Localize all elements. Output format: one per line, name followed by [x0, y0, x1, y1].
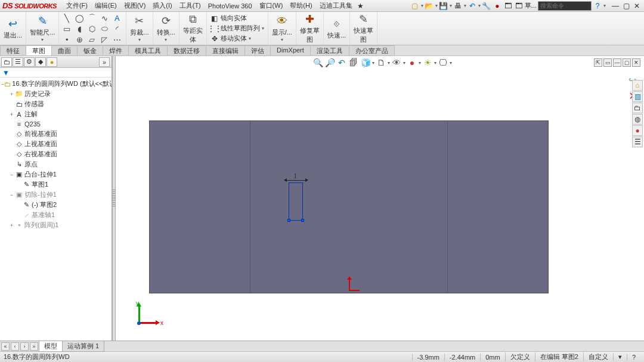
tab-mold[interactable]: 模具工具: [128, 45, 168, 55]
vp-close-icon[interactable]: ✕: [632, 58, 640, 67]
zoom-area-icon[interactable]: 🔎: [324, 57, 335, 68]
menu-file[interactable]: 文件(F): [63, 1, 91, 10]
vp-link-icon[interactable]: ⇱: [594, 58, 602, 67]
tree-node[interactable]: −▣凸台-拉伸1: [1, 169, 110, 180]
linear-pattern-button[interactable]: ⋮⋮线性草图阵列▾: [209, 23, 265, 33]
tree-node[interactable]: +📁历史记录: [1, 89, 110, 99]
save-icon[interactable]: 💾: [439, 1, 448, 11]
view-triad[interactable]: yx: [132, 302, 160, 330]
tab-office[interactable]: 办公室产品: [349, 45, 395, 55]
menu-edit[interactable]: 编辑(E): [91, 1, 120, 10]
tree-tab-config[interactable]: ⚙: [24, 57, 35, 67]
bottom-tab-motion[interactable]: 运动算例 1: [62, 341, 104, 352]
chamfer-icon[interactable]: ◸: [99, 35, 110, 44]
circle-icon[interactable]: ◯: [74, 13, 85, 23]
screen2-icon[interactable]: 🗔: [514, 1, 524, 11]
taskpane-home-icon[interactable]: ⌂: [632, 80, 643, 91]
menu-tools[interactable]: 工具(T): [176, 1, 205, 10]
vp-min-icon[interactable]: —: [613, 58, 621, 67]
options-icon[interactable]: ●: [493, 1, 502, 11]
centerline-icon[interactable]: ⊕: [74, 35, 85, 44]
appearance-icon[interactable]: ●: [407, 57, 417, 68]
section-icon[interactable]: 🗐: [348, 57, 359, 68]
tree-tab-display[interactable]: ●: [47, 57, 57, 67]
tree-node[interactable]: +∘阵列(圆周)1: [1, 220, 110, 230]
menu-insert[interactable]: 插入(I): [149, 1, 175, 10]
trim-button[interactable]: ✂ 剪裁... ▾: [126, 12, 153, 45]
arc-icon[interactable]: ⌒: [86, 13, 97, 23]
menu-maidi[interactable]: 迈迪工具集: [316, 1, 356, 10]
hide-show-icon[interactable]: 👁: [391, 57, 402, 68]
new-icon[interactable]: ▢: [410, 1, 420, 11]
status-unit-icon[interactable]: ?: [627, 354, 640, 361]
tab-weldment[interactable]: 焊件: [103, 45, 129, 55]
exit-sketch-button[interactable]: ↩ 退出...: [0, 12, 26, 45]
tab-dimxpert[interactable]: DimXpert: [270, 45, 311, 55]
tree-tab-feature[interactable]: 🗀: [1, 57, 12, 67]
convert-button[interactable]: ⟳ 转换... ▾: [153, 12, 179, 45]
rect-icon[interactable]: ▭: [61, 24, 72, 33]
scroll-first-icon[interactable]: «: [1, 342, 10, 351]
status-flag-icon[interactable]: ▾: [613, 353, 627, 361]
rapid-sketch-button[interactable]: ✎ 快速草 图: [350, 12, 377, 45]
menu-window[interactable]: 窗口(W): [256, 1, 287, 10]
taskpane-appear-icon[interactable]: ●: [632, 125, 643, 136]
tree-filter[interactable]: ▼: [0, 68, 112, 78]
print-icon[interactable]: 🖶: [453, 1, 463, 11]
tree-node[interactable]: ✎(-) 草图2: [1, 200, 110, 210]
offset-button[interactable]: ⧉ 等距实 体: [179, 12, 207, 45]
tree-node[interactable]: ⟋基准轴1: [1, 210, 110, 220]
prev-view-icon[interactable]: ↶: [336, 57, 347, 68]
fillet-icon[interactable]: ◜: [112, 24, 122, 33]
scroll-last-icon[interactable]: »: [30, 342, 38, 351]
tree-tab-property[interactable]: ☰: [13, 57, 23, 67]
vp-restore-icon[interactable]: ▭: [603, 58, 612, 67]
menu-help[interactable]: 帮助(H): [286, 1, 315, 10]
tree-root[interactable]: −🗀16.数字的圆周阵列WD (默认<<默认>: [1, 79, 110, 89]
view-settings-icon[interactable]: 🖵: [438, 57, 448, 68]
tab-sketch[interactable]: 草图: [26, 45, 52, 55]
dimension-value[interactable]: 1: [293, 171, 298, 181]
tree-node[interactable]: ◇上视基准面: [1, 139, 110, 149]
sketch-point[interactable]: [301, 219, 304, 222]
tab-render[interactable]: 渲染工具: [310, 45, 349, 55]
help-icon[interactable]: ?: [593, 1, 602, 11]
viewport[interactable]: 🔍 🔎 ↶ 🗐 🧊▾ 🗋▾ 👁▾ ●▾ ☀▾ 🖵▾ ⇱ ▭ — ▢ ✕ ↪ ✕ …: [116, 56, 644, 341]
rebuild-icon[interactable]: 🔧: [482, 1, 491, 11]
display-style-icon[interactable]: 🗋: [376, 57, 386, 68]
search-input[interactable]: [538, 1, 592, 11]
sketch-point[interactable]: [287, 219, 290, 222]
taskpane-view-icon[interactable]: ◍: [632, 114, 643, 125]
screen-icon[interactable]: 🗔: [503, 1, 513, 11]
tab-sheetmetal[interactable]: 钣金: [77, 45, 103, 55]
close-icon[interactable]: ✕: [632, 1, 642, 11]
tree-node[interactable]: ◇前视基准面: [1, 129, 110, 139]
tab-feature[interactable]: 特征: [0, 45, 26, 55]
tree-tab-dim[interactable]: ◆: [35, 57, 46, 67]
taskpane-prop-icon[interactable]: ☰: [632, 137, 643, 147]
polygon-icon[interactable]: ⬡: [86, 24, 97, 33]
tab-evaluate[interactable]: 评估: [244, 45, 271, 55]
spline-icon[interactable]: ∿: [99, 13, 110, 23]
tree-node[interactable]: −▣切除-拉伸1: [1, 190, 110, 200]
zoom-fit-icon[interactable]: 🔍: [312, 57, 323, 68]
menu-star-icon[interactable]: ★: [356, 1, 366, 11]
scene-icon[interactable]: ☀: [422, 57, 433, 68]
point-icon[interactable]: •: [61, 35, 72, 44]
display-button[interactable]: 👁 显示/... ▾: [268, 12, 296, 45]
tree-node[interactable]: ↳原点: [1, 159, 110, 169]
text-icon[interactable]: A: [112, 13, 122, 23]
model-face[interactable]: [149, 120, 549, 293]
tab-surface[interactable]: 曲面: [51, 45, 78, 55]
tree-node[interactable]: 🗀传感器: [1, 99, 110, 109]
vp-max-icon[interactable]: ▢: [623, 58, 631, 67]
plane-icon[interactable]: ▱: [86, 35, 97, 44]
repair-button[interactable]: ✚ 修复草 图: [296, 12, 324, 45]
tree-node[interactable]: ✎草图1: [1, 180, 110, 190]
more-icon[interactable]: ⋯: [112, 35, 122, 44]
taskpane-file-icon[interactable]: 🗀: [632, 103, 643, 113]
tab-direct[interactable]: 直接编辑: [206, 45, 245, 55]
bottom-tab-model[interactable]: 模型: [39, 341, 63, 352]
tree-collapse-icon[interactable]: »: [99, 57, 110, 67]
tree-node[interactable]: ◇右视基准面: [1, 149, 110, 159]
